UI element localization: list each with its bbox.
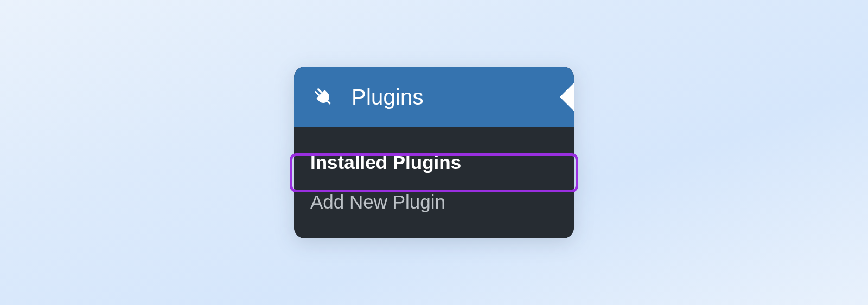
plugins-submenu: Installed Plugins Add New Plugin	[294, 127, 574, 238]
submenu-item-label: Installed Plugins	[310, 152, 461, 173]
menu-item-plugins[interactable]: Plugins	[294, 67, 574, 127]
svg-rect-2	[326, 100, 331, 105]
menu-item-plugins-label: Plugins	[352, 85, 424, 109]
svg-rect-1	[317, 88, 322, 93]
plug-icon	[309, 83, 337, 111]
submenu-item-installed-plugins[interactable]: Installed Plugins	[294, 144, 574, 183]
submenu-item-add-new-plugin[interactable]: Add New Plugin	[294, 183, 574, 223]
admin-menu-panel-inner: Plugins Installed Plugins Add New Plugin	[294, 67, 574, 238]
svg-rect-0	[314, 90, 320, 96]
submenu-item-label: Add New Plugin	[310, 191, 445, 212]
admin-menu-panel: Plugins Installed Plugins Add New Plugin	[294, 67, 574, 238]
